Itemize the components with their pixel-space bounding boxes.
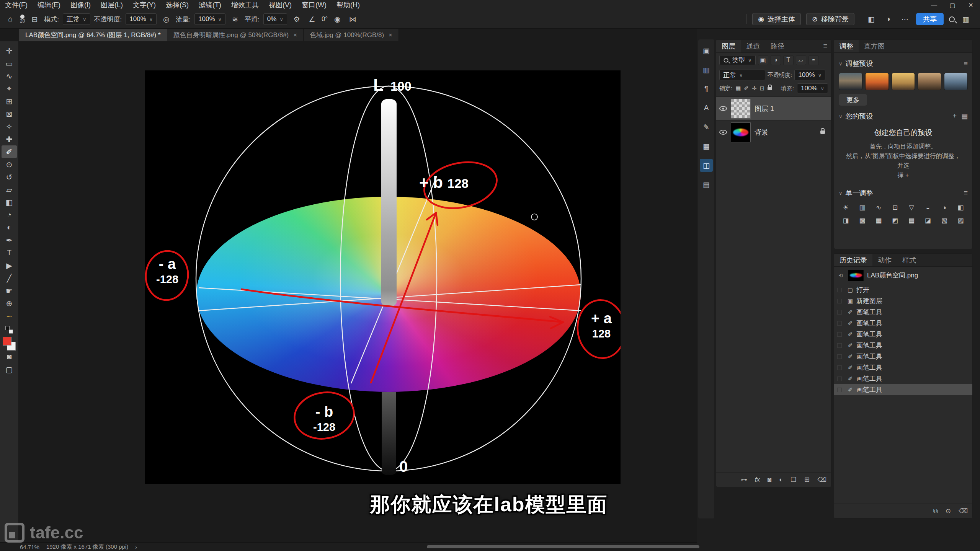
levels-icon[interactable]: ▥ (855, 202, 869, 213)
layer-thumbnail[interactable] (731, 122, 751, 142)
minimize-button[interactable]: — (925, 2, 943, 8)
layer-row-layer1[interactable]: 图层 1 (716, 97, 831, 121)
lock-pixels-icon[interactable]: ✐ (744, 85, 749, 92)
history-step[interactable]: ✐ 画笔工具 (834, 362, 972, 373)
menu-view[interactable]: 视图(V) (264, 0, 297, 10)
zoom-tool[interactable]: ⊕ (2, 297, 17, 310)
brush-settings-panel-icon[interactable]: ⊟ (29, 13, 40, 25)
history-source-checkbox[interactable] (837, 354, 842, 359)
opacity-select[interactable]: 100% ∨ (126, 13, 157, 25)
filter-type-icon[interactable]: T (783, 55, 794, 65)
layer-blend-mode-select[interactable]: 正常 ∨ (719, 70, 765, 80)
gradients-panel-icon[interactable]: ▥ (700, 63, 713, 76)
properties-panel-icon[interactable]: ✎ (700, 121, 713, 134)
layer-filter-select[interactable]: 类型 ∨ (719, 55, 756, 65)
lock-transparency-icon[interactable]: ▦ (735, 85, 741, 92)
tab-histogram[interactable]: 直方图 (859, 40, 890, 52)
delete-history-icon[interactable]: ⌫ (959, 507, 968, 515)
hue-saturation-icon[interactable]: ◒ (921, 202, 935, 213)
contrast-icon[interactable]: ◑ (882, 13, 894, 25)
preset-thumbnail[interactable] (918, 73, 941, 90)
notes-panel-icon[interactable]: ▤ (700, 178, 713, 191)
add-preset-icon[interactable]: + (952, 112, 957, 121)
history-step[interactable]: ▣ 新建图层 (834, 295, 972, 306)
document-image[interactable]: L 100 + b 128 - a -128 + a 128 - b -128 … (145, 70, 621, 484)
curves-icon[interactable]: ∿ (872, 202, 886, 213)
tab-history[interactable]: 历史记录 (834, 254, 872, 266)
brush-tool[interactable]: ✐ (2, 145, 17, 158)
adjustment-presets-header[interactable]: ∨ 调整预设 ≡ (839, 57, 968, 70)
zoom-level[interactable]: 64.71% (20, 544, 39, 550)
paragraph-panel-icon[interactable]: ¶ (700, 82, 713, 95)
path-selection-tool[interactable]: ▶ (2, 259, 17, 272)
foreground-color-swatch[interactable] (3, 337, 11, 346)
mask-icon[interactable]: ◧ (866, 13, 877, 25)
lock-artboard-icon[interactable]: ⊡ (760, 85, 765, 92)
home-icon[interactable]: ⌂ (5, 13, 16, 25)
history-source-checkbox[interactable] (837, 321, 842, 326)
history-brush-tool[interactable]: ↺ (2, 171, 17, 183)
doc-tab-color-brightness[interactable]: 颜色自身明暗属性.png @ 50%(RGB/8#) × (167, 29, 304, 41)
add-mask-icon[interactable]: ◙ (768, 476, 771, 484)
status-chevron-icon[interactable]: › (135, 544, 137, 550)
menu-window[interactable]: 窗口(W) (297, 0, 332, 10)
character-panel-icon[interactable]: A (700, 101, 713, 114)
panel-menu-icon[interactable]: ≡ (964, 60, 968, 68)
healing-brush-tool[interactable]: ✚ (2, 133, 17, 145)
gradient-tool[interactable]: ◧ (2, 196, 17, 209)
filter-pixel-icon[interactable]: ▣ (758, 55, 768, 65)
quick-mask-icon[interactable]: ◙ (2, 350, 17, 363)
color-balance-icon[interactable]: ◑ (937, 202, 951, 213)
pressure-size-icon[interactable]: ◉ (332, 13, 343, 25)
blend-mode-select[interactable]: 正常 ∨ (63, 13, 90, 25)
layer-opacity-select[interactable]: 100% ∨ (794, 70, 825, 80)
eyedropper-tool[interactable]: ✧ (2, 120, 17, 133)
filter-shape-icon[interactable]: ▱ (796, 55, 806, 65)
panel-menu-icon[interactable]: ≡ (964, 189, 968, 197)
new-adjustment-layer-icon[interactable]: ◐ (779, 476, 783, 484)
lasso-tool[interactable]: ∿ (2, 70, 17, 82)
history-step[interactable]: ✐ 画笔工具 (834, 340, 972, 351)
search-icon[interactable] (949, 16, 955, 22)
delete-layer-icon[interactable]: ⌫ (817, 476, 826, 484)
your-presets-header[interactable]: ∨ 您的预设 + ▦ (839, 109, 968, 123)
frame-tool[interactable]: ⊠ (2, 108, 17, 120)
layer-row-background[interactable]: 背景 (716, 121, 831, 144)
new-snapshot-icon[interactable]: ⊙ (946, 507, 951, 515)
libraries-panel-icon[interactable]: ◫ (700, 159, 713, 172)
tab-close-icon[interactable]: × (389, 31, 392, 39)
history-source-checkbox[interactable] (837, 310, 842, 315)
exposure-icon[interactable]: ⊡ (888, 202, 902, 213)
menu-help[interactable]: 帮助(H) (332, 0, 365, 10)
brush-angle-value[interactable]: 0° (322, 15, 328, 23)
eraser-tool[interactable]: ▱ (2, 183, 17, 196)
grid-view-icon[interactable]: ▦ (961, 112, 968, 121)
pen-tool[interactable]: ✒ (2, 234, 17, 246)
history-step-current[interactable]: ✐ 画笔工具 (834, 384, 972, 395)
tab-actions[interactable]: 动作 (872, 254, 897, 266)
menu-image[interactable]: 图像(I) (65, 0, 96, 10)
remove-background-button[interactable]: ⊘ 移除背景 (806, 13, 854, 25)
preset-thumbnail[interactable] (865, 73, 889, 90)
clone-stamp-tool[interactable]: ⊙ (2, 158, 17, 171)
black-white-icon[interactable]: ◧ (954, 202, 968, 213)
brush-preset-picker[interactable]: 20 (20, 15, 25, 24)
gradient-map-icon[interactable]: ▧ (937, 215, 951, 226)
history-source-checkbox[interactable] (837, 365, 842, 370)
menu-file[interactable]: 文件(F) (0, 0, 33, 10)
blur-tool[interactable]: ◔ (2, 209, 17, 221)
more-presets-button[interactable]: 更多 (839, 94, 867, 106)
doc-tab-lab-color-space[interactable]: LAB颜色空间.png @ 64.7% (图层 1, RGB/8#) * (19, 29, 167, 41)
share-button[interactable]: 共享 (916, 13, 944, 25)
gear-icon[interactable]: ⚙ (291, 13, 302, 25)
fill-select[interactable]: 100% ∨ (797, 83, 828, 93)
default-colors-icon[interactable] (5, 326, 13, 334)
tab-styles[interactable]: 样式 (897, 254, 921, 266)
tab-channels[interactable]: 通道 (741, 40, 765, 52)
color-panel-icon[interactable]: ▣ (700, 44, 713, 57)
history-step[interactable]: ✐ 画笔工具 (834, 306, 972, 318)
marquee-tool[interactable]: ▭ (2, 57, 17, 70)
workspace-switcher-icon[interactable]: ▥ (960, 13, 972, 25)
select-subject-button[interactable]: ◉ 选择主体 (752, 13, 801, 25)
close-button[interactable]: ✕ (962, 2, 980, 9)
